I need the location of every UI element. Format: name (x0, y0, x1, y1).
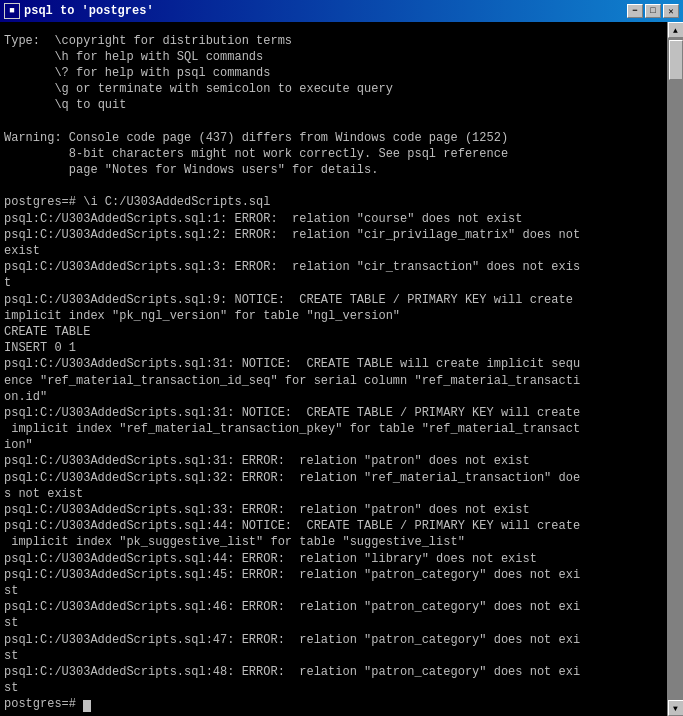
scrollbar-thumb[interactable] (669, 40, 683, 80)
window: ■ psql to 'postgres' − □ ✕ Password for … (0, 0, 683, 716)
terminal-cursor (83, 700, 91, 712)
minimize-button[interactable]: − (627, 4, 643, 18)
close-button[interactable]: ✕ (663, 4, 679, 18)
scrollbar[interactable]: ▲ ▼ (667, 22, 683, 716)
scrollbar-down-button[interactable]: ▼ (668, 700, 684, 716)
titlebar-left: ■ psql to 'postgres' (4, 3, 154, 19)
content-area: Password for user postgres: Welcome to p… (0, 22, 683, 716)
scrollbar-track[interactable] (668, 38, 683, 700)
terminal-output[interactable]: Password for user postgres: Welcome to p… (0, 22, 667, 716)
scrollbar-up-button[interactable]: ▲ (668, 22, 684, 38)
maximize-button[interactable]: □ (645, 4, 661, 18)
titlebar-icon: ■ (4, 3, 20, 19)
titlebar-buttons: − □ ✕ (627, 4, 679, 18)
titlebar: ■ psql to 'postgres' − □ ✕ (0, 0, 683, 22)
window-title: psql to 'postgres' (24, 4, 154, 18)
